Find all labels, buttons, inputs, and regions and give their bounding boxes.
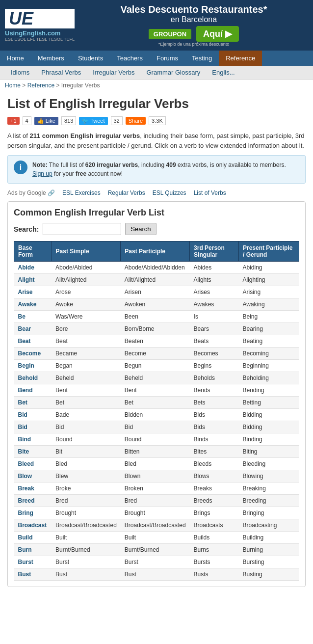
- breadcrumb-current: Irregular Verbs: [61, 82, 100, 89]
- note-box: i Note: The full list of 620 irregular v…: [7, 155, 306, 184]
- verb-base-link[interactable]: Bust: [18, 571, 31, 578]
- sec-nav-english[interactable]: Englis...: [206, 66, 240, 79]
- twitter-tweet-button[interactable]: 🐦 Tweet: [79, 117, 107, 125]
- verb-base-link[interactable]: Bid: [18, 424, 27, 430]
- verb-base-link[interactable]: Beat: [18, 338, 31, 345]
- table-row: AlightAlit/AlightedAlit/AlightedAlightsA…: [14, 274, 299, 286]
- verb-base-link[interactable]: Bid: [18, 411, 27, 418]
- verb-base-link[interactable]: Breed: [18, 497, 35, 504]
- table-row: AwakeAwokeAwokenAwakesAwaking: [14, 298, 299, 311]
- verb-base-link[interactable]: Break: [18, 485, 34, 492]
- sec-nav-idioms[interactable]: Idioms: [5, 66, 35, 79]
- secondary-nav: Idioms Phrasal Verbs Irregular Verbs Gra…: [0, 66, 313, 80]
- verb-base-link[interactable]: Begin: [18, 362, 34, 369]
- sec-nav-phrasal-verbs[interactable]: Phrasal Verbs: [35, 66, 87, 79]
- table-row: BindBoundBoundBindsBinding: [14, 433, 299, 446]
- logo-ue: UE: [5, 9, 75, 28]
- verb-base-link[interactable]: Awake: [18, 301, 37, 308]
- logo-sub: ESL ESOL EFL TESL TESOL TEFL: [5, 37, 75, 42]
- note-text: Note: The full list of 620 irregular ver…: [32, 161, 299, 178]
- main-nav: Home Members Students Teachers Forums Te…: [0, 51, 313, 66]
- table-row: BendBentBentBendsBending: [14, 384, 299, 397]
- verb-table: Base Form Past Simple Past Participle 3r…: [14, 241, 299, 581]
- verb-base-link[interactable]: Bend: [18, 387, 33, 394]
- ad-bottom: GROUPON Aquí ▶: [79, 26, 308, 42]
- table-row: BearBoreBorn/BorneBearsBearing: [14, 323, 299, 335]
- table-row: BlowBlewBlownBlowsBlowing: [14, 470, 299, 483]
- table-row: BeginBeganBegunBeginsBeginning: [14, 360, 299, 372]
- nav-students[interactable]: Students: [71, 51, 110, 66]
- site-header: UE UsingEnglish.com ESL ESOL EFL TESL TE…: [0, 0, 313, 51]
- ad-banner[interactable]: Vales Descuento Restaurantes* en Barcelo…: [79, 4, 308, 47]
- verb-base-link[interactable]: Behold: [18, 375, 38, 381]
- col-present-participle: Present Participle / Gerund: [238, 242, 299, 262]
- nav-testing[interactable]: Testing: [185, 51, 219, 66]
- nav-forums[interactable]: Forums: [150, 51, 185, 66]
- nav-teachers[interactable]: Teachers: [110, 51, 150, 66]
- table-row: BeatBeatBeatenBeatsBeating: [14, 335, 299, 348]
- nav-reference[interactable]: Reference: [219, 51, 262, 66]
- groupon-badge: GROUPON: [149, 29, 191, 39]
- table-row: BiteBitBittenBitesBiting: [14, 446, 299, 458]
- verb-base-link[interactable]: Bet: [18, 399, 27, 406]
- verb-base-link[interactable]: Burn: [18, 546, 32, 553]
- verb-base-link[interactable]: Broadcast: [18, 522, 47, 529]
- verb-base-link[interactable]: Bear: [18, 325, 31, 332]
- breadcrumb-home[interactable]: Home: [5, 82, 21, 89]
- verb-base-link[interactable]: Build: [18, 534, 33, 541]
- table-row: BeWas/WereBeenIsBeing: [14, 311, 299, 323]
- verb-base-link[interactable]: Burst: [18, 559, 33, 565]
- page-title: List of English Irregular Verbs: [7, 96, 306, 111]
- table-row: AbideAbode/AbidedAbode/Abided/AbiddenAbi…: [14, 262, 299, 274]
- table-row: BetBetBetBetsBetting: [14, 397, 299, 409]
- breadcrumb: Home > Reference > Irregular Verbs: [0, 80, 313, 91]
- verb-base-link[interactable]: Blow: [18, 473, 32, 480]
- col-3rd-person: 3rd Person Singular: [190, 242, 239, 262]
- verb-base-link[interactable]: Bleed: [18, 460, 34, 467]
- ads-esl-quizzes[interactable]: ESL Quizzes: [153, 189, 186, 196]
- share-button[interactable]: Share: [126, 117, 146, 125]
- nav-members[interactable]: Members: [31, 51, 71, 66]
- verb-base-link[interactable]: Abide: [18, 264, 34, 271]
- verb-base-link[interactable]: Bring: [18, 510, 33, 516]
- table-row: BurnBurnt/BurnedBurnt/BurnedBurnsBurning: [14, 544, 299, 556]
- table-row: BroadcastBroadcast/BroadcastedBroadcast/…: [14, 519, 299, 532]
- breadcrumb-reference[interactable]: Reference: [27, 82, 54, 89]
- social-bar: +1 4 👍 Like 813 🐦 Tweet 32 Share 3.3K: [7, 116, 306, 125]
- ads-row: Ads by Google 🔗 ESL Exercises Regular Ve…: [7, 189, 306, 196]
- table-row: BecomeBecameBecomeBecomesBecoming: [14, 348, 299, 360]
- main-content: List of English Irregular Verbs +1 4 👍 L…: [0, 91, 313, 592]
- ad-title: Vales Descuento Restaurantes*: [79, 4, 308, 15]
- aqui-button[interactable]: Aquí ▶: [196, 26, 239, 42]
- nav-home[interactable]: Home: [0, 51, 31, 66]
- verb-base-link[interactable]: Bite: [18, 448, 29, 455]
- ad-subtitle: en Barcelona: [79, 15, 308, 24]
- info-icon: i: [14, 161, 27, 174]
- table-row: AriseAroseArisenArisesArising: [14, 286, 299, 298]
- ads-regular-verbs[interactable]: Regular Verbs: [108, 189, 145, 196]
- gplus-count: 4: [23, 116, 31, 125]
- signup-link[interactable]: Sign up: [32, 170, 52, 177]
- sec-nav-grammar-glossary[interactable]: Grammar Glossary: [141, 66, 207, 79]
- sec-nav-irregular-verbs[interactable]: Irregular Verbs: [87, 66, 140, 79]
- facebook-like-button[interactable]: 👍 Like: [34, 117, 58, 125]
- verb-base-link[interactable]: Become: [18, 350, 41, 357]
- table-row: BreakBrokeBrokenBreaksBreaking: [14, 483, 299, 495]
- col-base-form: Base Form: [14, 242, 52, 262]
- logo-area: UE UsingEnglish.com ESL ESOL EFL TESL TE…: [5, 9, 75, 42]
- search-input[interactable]: [43, 223, 121, 235]
- ads-esl-exercises[interactable]: ESL Exercises: [62, 189, 101, 196]
- table-row: BuildBuiltBuiltBuildsBuilding: [14, 532, 299, 544]
- sh-count: 3.3K: [149, 116, 166, 125]
- verb-base-link[interactable]: Arise: [18, 289, 33, 295]
- verb-base-link[interactable]: Bind: [18, 436, 31, 443]
- table-row: BreedBredBredBreedsBreeding: [14, 495, 299, 507]
- verb-base-link[interactable]: Alight: [18, 276, 35, 283]
- table-row: BurstBurstBurstBurstsBursting: [14, 556, 299, 568]
- table-row: BringBroughtBroughtBringsBringing: [14, 507, 299, 519]
- search-button[interactable]: Search: [125, 223, 156, 235]
- ads-list-of-verbs[interactable]: List of Verbs: [194, 189, 226, 196]
- verb-base-link[interactable]: Be: [18, 313, 26, 320]
- gplus-button[interactable]: +1: [7, 117, 20, 125]
- col-past-participle: Past Participle: [121, 242, 190, 262]
